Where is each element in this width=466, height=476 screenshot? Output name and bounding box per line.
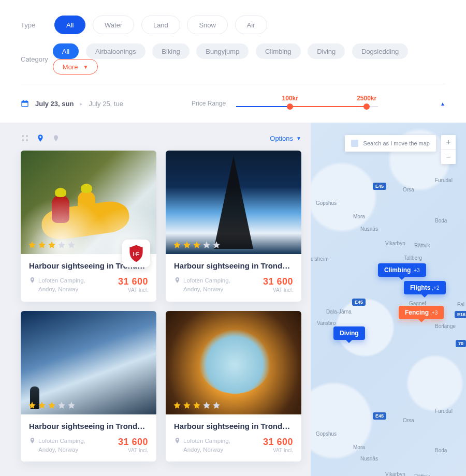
category-chip-dogsledding[interactable]: Dogsledding bbox=[352, 43, 408, 59]
category-chip-airbaloonings[interactable]: Airbaloonings bbox=[86, 43, 145, 59]
map-activity-pin[interactable]: Diving bbox=[333, 326, 365, 340]
location-line2: Andoy, Norway bbox=[38, 445, 85, 454]
pin-count: ,+3 bbox=[412, 267, 419, 273]
map-city-label: Tallberg bbox=[404, 255, 422, 261]
price-range-slider[interactable]: 100kr 2500kr bbox=[236, 96, 378, 111]
category-chip-all[interactable]: All bbox=[53, 43, 79, 59]
date-end: July 25, tue bbox=[89, 100, 123, 108]
activity-card[interactable]: I·F Harbour sightseeing in Trondh... Lof… bbox=[21, 151, 156, 302]
star-icon bbox=[212, 241, 221, 249]
star-icon bbox=[173, 401, 181, 409]
date-start: July 23, sun bbox=[35, 100, 74, 108]
activity-card[interactable]: Harbour sightseeing in Trondh... Lofoten… bbox=[166, 311, 301, 462]
date-range[interactable]: July 23, sun ▸ July 25, tue bbox=[21, 99, 123, 108]
star-icon bbox=[67, 401, 76, 409]
map-city-label: Fal bbox=[457, 302, 464, 307]
map-city-label: Nusnäs bbox=[360, 226, 378, 232]
location-pin-icon bbox=[174, 437, 181, 444]
star-icon bbox=[48, 401, 56, 409]
slider-handle-min[interactable] bbox=[287, 103, 293, 110]
svg-point-4 bbox=[22, 135, 24, 137]
activity-card[interactable]: Harbour sightseeing in Trondh... Lofoten… bbox=[166, 151, 301, 302]
category-chip-diving[interactable]: Diving bbox=[308, 43, 345, 59]
map-city-label: Borlänge bbox=[435, 323, 456, 329]
svg-point-7 bbox=[26, 139, 28, 141]
type-pill-land[interactable]: Land bbox=[141, 16, 180, 34]
map-activity-pin[interactable]: Climbing,+3 bbox=[378, 263, 426, 277]
collapse-filters-icon[interactable]: ▲ bbox=[440, 101, 445, 107]
location-pin-icon bbox=[29, 277, 36, 284]
type-pill-water[interactable]: Water bbox=[93, 16, 134, 34]
star-icon bbox=[193, 241, 201, 249]
star-icon bbox=[183, 241, 191, 249]
card-location: Lofoten Camping, Andoy, Norway bbox=[29, 276, 85, 294]
category-chip-biking[interactable]: Biking bbox=[152, 43, 189, 59]
svg-point-5 bbox=[26, 135, 28, 137]
rating-stars bbox=[173, 401, 221, 409]
activity-card[interactable]: Harbour sightseeing in Trondh... Lofoten… bbox=[21, 311, 156, 462]
star-icon bbox=[57, 241, 66, 249]
svg-rect-1 bbox=[22, 101, 28, 102]
location-pin-icon bbox=[29, 437, 36, 444]
road-badge: E45 bbox=[373, 183, 386, 190]
chevron-down-icon: ▼ bbox=[296, 136, 301, 141]
map-activity-pin[interactable]: Flights,+2 bbox=[404, 281, 446, 294]
grid-view-icon[interactable] bbox=[21, 134, 29, 142]
location-line1: Lofoten Camping, bbox=[38, 276, 85, 285]
map-city-label: Orsa bbox=[403, 187, 414, 192]
search-as-move-toggle[interactable]: Search as I move the map bbox=[345, 135, 436, 152]
map-city-label: Vikarbyn bbox=[385, 241, 405, 246]
star-icon bbox=[202, 401, 211, 409]
category-chip-climbing[interactable]: Climbing bbox=[256, 43, 301, 59]
category-chip-bungyjump[interactable]: Bungyjump bbox=[196, 43, 249, 59]
location-line2: Andoy, Norway bbox=[38, 285, 85, 294]
list-pin-view-icon[interactable] bbox=[52, 134, 60, 142]
type-pill-air[interactable]: Air bbox=[235, 16, 267, 34]
star-icon bbox=[173, 241, 181, 249]
card-body: Harbour sightseeing in Trondh... Lofoten… bbox=[21, 414, 156, 462]
star-icon bbox=[212, 401, 221, 409]
location-line2: Andoy, Norway bbox=[183, 285, 230, 294]
price-sub: VAT Incl. bbox=[263, 448, 293, 453]
svg-text:I·F: I·F bbox=[133, 251, 140, 257]
view-toggles bbox=[21, 134, 60, 142]
map-city-label: Vansbro bbox=[317, 320, 336, 326]
road-badge: E45 bbox=[373, 412, 386, 420]
slider-track-left bbox=[236, 106, 290, 107]
star-icon bbox=[48, 241, 56, 249]
zoom-in-button[interactable]: + bbox=[441, 135, 456, 150]
map-city-label: Rättvik bbox=[414, 243, 430, 248]
map-city-label: Rättvik bbox=[414, 473, 430, 476]
map-activity-pin[interactable]: Fencing,+3 bbox=[399, 306, 444, 319]
map-city-label: Furudal bbox=[435, 408, 453, 414]
location-line1: Lofoten Camping, bbox=[183, 437, 230, 445]
price-value: 31 600 bbox=[263, 437, 293, 448]
map-city-label: Orsa bbox=[403, 418, 414, 423]
category-chip-more[interactable]: More ▼ bbox=[53, 59, 98, 75]
chevron-down-icon: ▼ bbox=[83, 64, 88, 70]
slider-max-value: 2500kr bbox=[357, 95, 376, 102]
map-pin-view-icon[interactable] bbox=[36, 134, 45, 142]
type-pill-all[interactable]: All bbox=[54, 16, 85, 34]
rating-stars bbox=[28, 401, 76, 409]
map-panel[interactable]: OrsaFurudalGopshusMoraNusnäsBodaVikarbyn… bbox=[311, 123, 466, 476]
type-pill-snow[interactable]: Snow bbox=[187, 16, 228, 34]
price-sub: VAT Incl. bbox=[263, 287, 293, 293]
location-pin-icon bbox=[174, 277, 181, 284]
card-location: Lofoten Camping, Andoy, Norway bbox=[174, 276, 230, 294]
results-panel: Options ▼ bbox=[0, 123, 311, 476]
price-sub: VAT Incl. bbox=[118, 448, 148, 453]
zoom-out-button[interactable]: − bbox=[441, 150, 456, 164]
price-value: 31 600 bbox=[263, 276, 293, 287]
road-badge: 70 bbox=[456, 340, 466, 347]
options-dropdown[interactable]: Options ▼ bbox=[270, 135, 301, 142]
star-icon bbox=[202, 241, 211, 249]
road-badge: E45 bbox=[352, 299, 366, 306]
star-icon bbox=[183, 401, 191, 409]
filter-bar: Type All Water Land Snow Air Category Al… bbox=[0, 0, 466, 123]
pin-label: Climbing bbox=[384, 266, 411, 274]
map-city-label: Boda bbox=[435, 218, 447, 224]
map-city-label: Mora bbox=[353, 444, 365, 450]
results-toolbar: Options ▼ bbox=[21, 134, 301, 142]
slider-handle-max[interactable] bbox=[363, 103, 370, 110]
